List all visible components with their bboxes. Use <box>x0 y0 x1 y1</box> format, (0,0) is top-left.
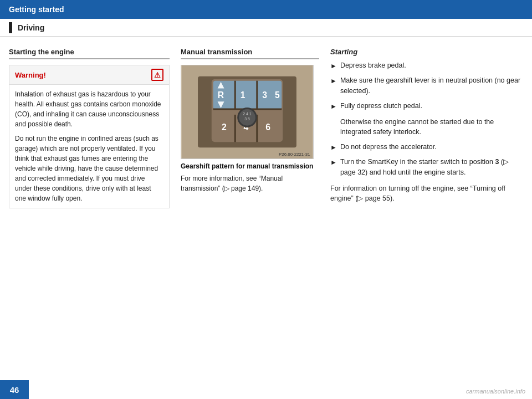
main-content: Starting the engine Warning! ⚠ Inhalatio… <box>0 37 532 377</box>
svg-text:3: 3 <box>262 90 267 100</box>
header-title: Getting started <box>9 5 64 14</box>
section-title: Driving <box>18 23 44 32</box>
bullet-list-2: ► Do not depress the accelerator. ► Turn… <box>330 142 523 178</box>
gear-image: R 1 3 5 2 4 6 2 4 1 3 5 P26.60-2221-31 <box>181 65 314 159</box>
list-item-1: ► Depress brake pedal. <box>330 60 523 71</box>
svg-text:3 5: 3 5 <box>244 117 250 121</box>
bullet-text-5: Turn the SmartKey in the starter switch … <box>340 157 523 178</box>
left-column: Starting the engine Warning! ⚠ Inhalatio… <box>9 48 170 371</box>
svg-text:5: 5 <box>275 90 280 100</box>
warning-icon: ⚠ <box>151 69 163 81</box>
svg-text:1: 1 <box>241 90 245 100</box>
list-item-3: ► Fully depress clutch pedal. <box>330 101 523 111</box>
list-item-2: ► Make sure the gearshift lever is in ne… <box>330 75 523 96</box>
bullet-list-1: ► Depress brake pedal. ► Make sure the g… <box>330 60 523 111</box>
page-number: 46 <box>0 380 29 399</box>
warning-para1: Inhalation of exhaust gas is hazardous t… <box>15 89 163 129</box>
warning-para2: Do not run the engine in confined areas … <box>15 134 163 203</box>
left-col-heading: Starting the engine <box>9 48 170 59</box>
footer-para: For information on turning off the engin… <box>330 183 523 204</box>
svg-text:R: R <box>218 90 224 100</box>
bold-3: 3 <box>495 158 499 166</box>
arrow-icon-4: ► <box>330 142 337 152</box>
indented-note: Otherwise the engine cannot be started d… <box>340 117 523 138</box>
warning-label: Warning! <box>15 71 46 79</box>
watermark: carmanualsonline.info <box>466 388 525 395</box>
svg-text:2: 2 <box>222 122 227 132</box>
bullet-text-3: Fully depress clutch pedal. <box>340 101 422 111</box>
svg-text:P26.60-2221-31: P26.60-2221-31 <box>279 152 310 157</box>
list-item-4: ► Do not depress the accelerator. <box>330 142 523 152</box>
section-bar: Driving <box>0 19 532 37</box>
list-item-5: ► Turn the SmartKey in the starter switc… <box>330 157 523 178</box>
gear-desc: For more information, see “Manual transm… <box>181 173 319 193</box>
section-indicator <box>9 22 12 33</box>
bullet-text-4: Do not depress the accelerator. <box>340 142 437 152</box>
arrow-icon-2: ► <box>330 76 337 86</box>
svg-text:6: 6 <box>265 122 270 132</box>
svg-text:2 4 1: 2 4 1 <box>243 112 252 116</box>
bullet-text-1: Depress brake pedal. <box>340 60 406 71</box>
arrow-icon-1: ► <box>330 61 337 71</box>
arrow-icon-5: ► <box>330 157 337 167</box>
warning-box: Warning! ⚠ Inhalation of exhaust gas is … <box>9 65 170 208</box>
mid-column: Manual transmission <box>181 48 319 371</box>
mid-col-heading: Manual transmission <box>181 48 319 59</box>
arrow-icon-3: ► <box>330 101 337 111</box>
warning-title-bar: Warning! ⚠ <box>9 65 169 85</box>
gear-caption: Gearshift pattern for manual transmissio… <box>181 162 319 170</box>
bullet-text-2: Make sure the gearshift lever is in neut… <box>340 75 523 96</box>
right-column: Starting ► Depress brake pedal. ► Make s… <box>330 48 523 371</box>
warning-body: Inhalation of exhaust gas is hazardous t… <box>9 85 169 208</box>
header-bar: Getting started <box>0 0 532 19</box>
right-col-heading: Starting <box>330 48 523 56</box>
